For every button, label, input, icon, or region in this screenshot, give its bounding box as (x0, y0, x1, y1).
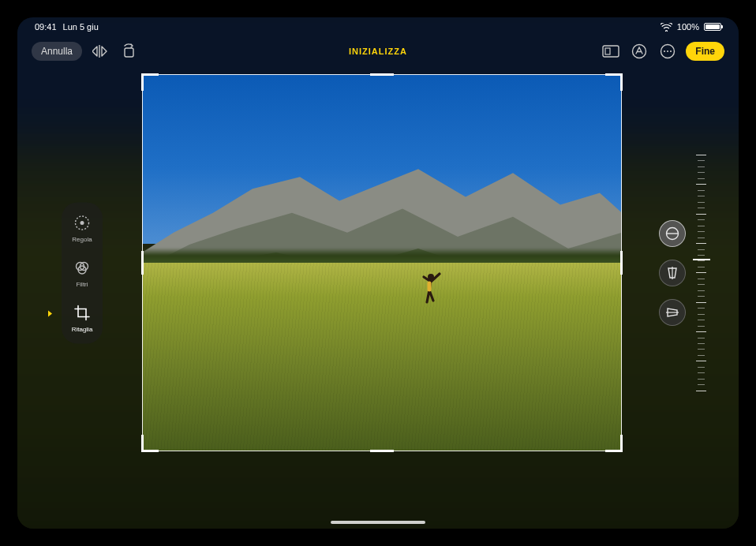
home-indicator[interactable] (331, 521, 425, 524)
screen: 09:41 Lun 5 giu 100% Annulla (17, 17, 739, 529)
photo-grass (142, 263, 622, 451)
perspective-vertical-button[interactable] (659, 260, 686, 286)
filters-icon (73, 259, 92, 278)
tool-adjust[interactable]: Regola (62, 214, 103, 243)
more-icon[interactable] (657, 41, 678, 62)
svg-point-5 (664, 50, 665, 52)
wifi-icon (661, 23, 672, 32)
tool-filters-label: Filtri (76, 281, 88, 288)
editor-toolbar: Annulla INIZIALIZZA Fine (17, 38, 739, 65)
rotation-dial-indicator (693, 259, 710, 260)
photo-preview (142, 74, 622, 451)
battery-icon (704, 23, 721, 31)
battery-percent: 100% (677, 22, 699, 32)
flip-horizontal-icon[interactable] (90, 41, 110, 62)
edit-mode-sidebar: Regola Filtri Ritaglia (62, 203, 103, 344)
page-title[interactable]: INIZIALIZZA (349, 47, 407, 56)
markup-icon[interactable] (629, 41, 649, 62)
done-button[interactable]: Fine (686, 42, 724, 61)
aspect-ratio-icon[interactable] (601, 41, 621, 62)
svg-point-9 (80, 221, 84, 225)
adjust-icon (73, 214, 92, 233)
svg-rect-0 (125, 48, 133, 57)
rotation-dial[interactable] (700, 155, 702, 391)
svg-point-7 (670, 50, 672, 52)
tool-adjust-label: Regola (72, 236, 92, 243)
tool-crop-label: Ritaglia (72, 326, 93, 333)
perspective-horizontal-button[interactable] (659, 299, 686, 326)
status-date: Lun 5 giu (63, 22, 99, 32)
crop-canvas[interactable] (142, 74, 622, 451)
crop-icon (73, 304, 92, 323)
svg-rect-2 (605, 48, 610, 54)
straighten-button[interactable] (659, 220, 686, 247)
tool-filters[interactable]: Filtri (62, 259, 103, 288)
ipad-frame: 09:41 Lun 5 giu 100% Annulla (0, 0, 756, 546)
svg-point-6 (667, 50, 668, 52)
rotate-icon[interactable] (118, 41, 139, 62)
photo-subject (421, 271, 444, 306)
status-bar: 09:41 Lun 5 giu 100% (17, 17, 739, 36)
tool-crop[interactable]: Ritaglia (62, 304, 103, 333)
undo-button[interactable]: Annulla (32, 42, 82, 61)
crop-right-controls (659, 155, 702, 391)
status-time: 09:41 (35, 22, 57, 32)
